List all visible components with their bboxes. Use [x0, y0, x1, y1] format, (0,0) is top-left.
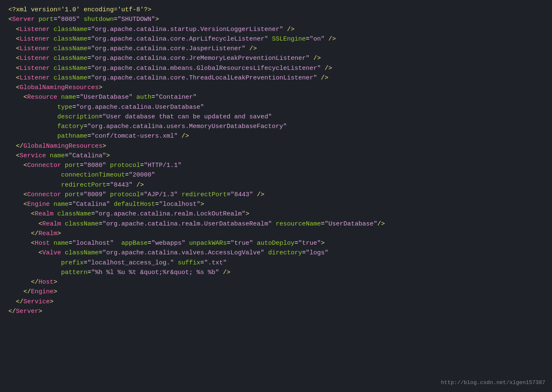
code-token: < [8, 74, 20, 82]
code-token: "AJP/1.3" [144, 191, 178, 198]
code-token: > [106, 152, 110, 159]
code-token: /> [321, 65, 332, 72]
code-line: <Realm className="org.apache.catalina.re… [8, 209, 544, 219]
code-token: = [87, 55, 91, 62]
code-token: protocol [106, 162, 140, 169]
code-token: "20000" [129, 172, 155, 179]
code-token: Listener [20, 74, 50, 82]
code-line: type="org.apache.catalina.UserDatabase" [8, 102, 544, 112]
code-token: "8009" [84, 191, 106, 198]
code-token: GlobalNamingResources [23, 143, 102, 150]
code-token: = [321, 220, 325, 228]
code-token: = [294, 240, 298, 247]
code-token: className [54, 210, 91, 218]
code-token: Listener [20, 26, 50, 33]
code-token: /> [178, 133, 189, 140]
code-token: = [91, 210, 95, 218]
code-token: = [99, 113, 102, 120]
code-token: className [50, 55, 87, 62]
code-token: "UserDatabase" [325, 220, 377, 228]
code-token: "SHUTDOWN" [118, 16, 155, 23]
code-token: = [65, 152, 69, 159]
code-line: <Listener className="org.apache.catalina… [8, 73, 544, 83]
code-line: <Resource name="UserDatabase" auth="Cont… [8, 92, 544, 102]
code-token: Engine [31, 288, 54, 295]
code-token: /> [377, 220, 385, 228]
code-token: = [87, 36, 91, 43]
code-token: className [50, 36, 87, 43]
code-line: </Server> [8, 307, 544, 316]
code-token: GlobalNamingResources [20, 84, 99, 91]
code-token: < [8, 240, 35, 247]
code-token: Host [35, 240, 50, 247]
code-token: Server [12, 16, 35, 23]
code-token: "org.apache.catalina.users.MemoryUserDat… [87, 123, 287, 130]
code-token: < [8, 191, 27, 198]
code-token: pattern [8, 269, 87, 276]
code-token: < [8, 16, 12, 23]
code-token: "org.apache.catalina.UserDatabase" [76, 104, 204, 111]
code-token: "conf/tomcat-users.xml" [91, 133, 178, 140]
code-token: "true" [298, 240, 321, 247]
code-token: > [54, 279, 57, 286]
code-token: "logs" [306, 249, 328, 256]
code-token: < [8, 201, 27, 208]
code-token: = [76, 94, 80, 101]
code-token: = [125, 172, 129, 179]
code-token: className [50, 74, 87, 82]
code-token: "org.apache.catalina.core.ThreadLocalLea… [91, 74, 317, 82]
code-line: pathname="conf/tomcat-users.xml" /> [8, 131, 544, 141]
code-token: Server [16, 308, 38, 315]
code-token: = [54, 16, 57, 23]
code-token: = [87, 269, 91, 276]
code-token: = [87, 74, 91, 82]
code-token: = [227, 191, 230, 198]
code-token: suffix [174, 259, 200, 266]
code-token: > [155, 16, 159, 23]
code-token: = [306, 36, 309, 43]
code-token: Listener [20, 55, 50, 62]
code-token: "8443" [230, 191, 253, 198]
code-token: </ [8, 230, 38, 237]
code-line: redirectPort="8443" /> [8, 180, 544, 190]
code-token: </ [8, 279, 38, 286]
code-token: < [8, 36, 20, 43]
code-token: port [61, 162, 80, 169]
code-token: < [8, 45, 20, 52]
code-token: "8080" [84, 162, 106, 169]
code-token: = [87, 26, 91, 33]
code-token: > [50, 298, 54, 305]
code-token: < [8, 65, 20, 72]
code-token: "localhost_access_log." [87, 259, 174, 266]
code-token: Connector [27, 191, 61, 198]
code-line: <Connector port="8080" protocol="HTTP/1.… [8, 161, 544, 170]
code-token: port [35, 16, 54, 23]
code-token: "webapps" [151, 240, 185, 247]
code-token: "org.apache.catalina.core.AprLifecycleLi… [91, 36, 268, 43]
code-line: <Listener className="org.apache.catalina… [8, 34, 544, 44]
code-token: defaultHost [110, 201, 155, 208]
code-token: = [155, 201, 159, 208]
code-token: "User database that can be updated and s… [102, 113, 272, 120]
code-token: pathname [8, 133, 87, 140]
code-token: < [8, 84, 20, 91]
code-line: <Realm className="org.apache.catalina.re… [8, 219, 544, 229]
code-token: = [69, 240, 72, 247]
code-line: </Realm> [8, 229, 544, 238]
code-token: factory [8, 123, 84, 130]
code-token: "org.apache.catalina.realm.UserDatabaseR… [102, 220, 272, 228]
code-line: <Engine name="Catalina" defaultHost="loc… [8, 200, 544, 209]
code-token: > [102, 143, 106, 150]
code-token: /> [133, 182, 144, 189]
code-token: protocol [106, 191, 140, 198]
code-token: ".txt" [204, 259, 227, 266]
code-token: Realm [38, 230, 57, 237]
code-token: = [302, 249, 306, 256]
code-token: unpackWARs [185, 240, 227, 247]
code-token: "localhost" [159, 201, 200, 208]
code-line: <?xml version='1.0' encoding='utf-8'?> [8, 5, 544, 15]
code-token: /> [219, 269, 230, 276]
code-token: "8005" [57, 16, 80, 23]
code-token: Host [38, 279, 54, 286]
code-token: = [87, 45, 91, 52]
